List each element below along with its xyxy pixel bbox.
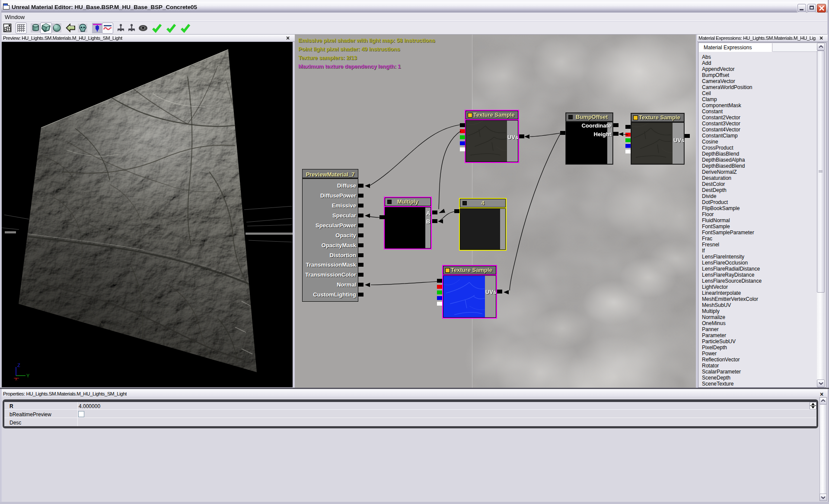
svg-text:x: x	[15, 376, 17, 381]
svg-text:Z: Z	[17, 363, 20, 368]
svg-text:Y: Y	[26, 373, 30, 378]
